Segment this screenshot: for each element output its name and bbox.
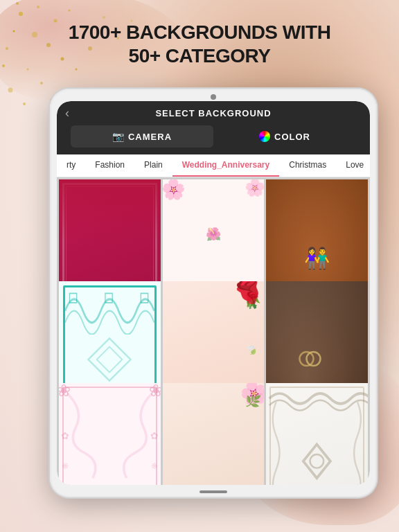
tab-camera[interactable]: 📷 CAMERA [71,125,213,148]
source-tabs: 📷 CAMERA COLOR [57,125,370,154]
svg-point-32 [310,454,324,468]
screen-title: SELECT BACKGROUND [155,108,271,118]
background-item-7[interactable]: ❀ ❀ ❀ ❀ ✿ ✿ ❋ ❋ [59,383,161,485]
cat-tab-christmas[interactable]: Christmas [279,154,336,177]
background-item-9[interactable] [266,383,368,485]
category-tabs: rty Fashion Plain Wedding_Anniversary Ch… [57,154,370,177]
tab-color[interactable]: COLOR [213,125,356,148]
cat-tab-fashion[interactable]: Fashion [85,154,134,177]
ipad-camera-dot [211,94,216,100]
header-section: 1700+ BACKGROUNDS WITH 50+ CATEGORY [0,14,399,74]
ipad-screen: ‹ SELECT BACKGROUND 📷 CAMERA COLOR rty [57,101,370,485]
backgrounds-grid: ❧ ✦ ❧ 🌸 🌸 🌸 🌸 🌺 [57,177,370,485]
tab-camera-label: CAMERA [128,132,172,142]
headline: 1700+ BACKGROUNDS WITH 50+ CATEGORY [21,21,378,67]
color-wheel-icon [259,131,270,142]
ipad-home-indicator [200,490,227,493]
cat-tab-plain[interactable]: Plain [134,154,172,177]
back-button[interactable]: ‹ [65,106,69,121]
background-item-8[interactable]: 🌸 🌿 🌸 [163,383,265,485]
cat-tab-wedding[interactable]: Wedding_Anniversary [172,154,279,177]
top-bar: ‹ SELECT BACKGROUND [57,101,370,125]
cat-tab-love[interactable]: Love [336,154,370,177]
app-container: ‹ SELECT BACKGROUND 📷 CAMERA COLOR rty [57,101,370,485]
cat-tab-rty[interactable]: rty [57,154,85,177]
camera-icon: 📷 [112,131,124,142]
tab-color-label: COLOR [274,132,310,142]
ipad-frame: ‹ SELECT BACKGROUND 📷 CAMERA COLOR rty [50,89,377,497]
